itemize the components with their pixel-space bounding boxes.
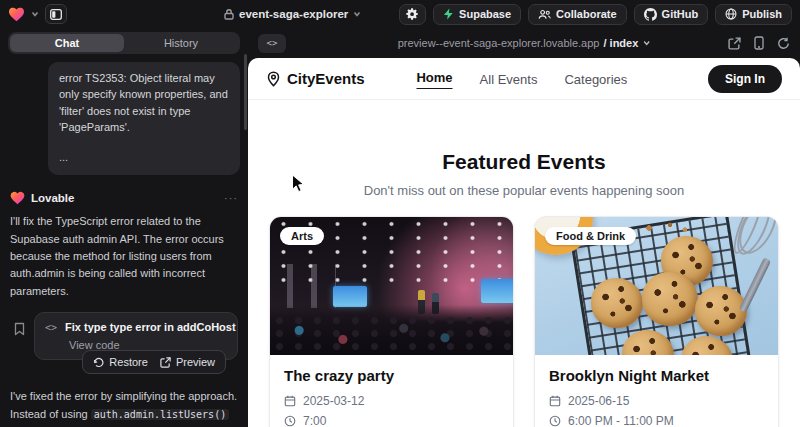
logo-chevron-down-icon[interactable] — [31, 10, 39, 18]
lock-icon — [224, 9, 234, 20]
event-time: 7:00 — [303, 414, 326, 427]
bookmark-icon[interactable] — [13, 322, 26, 336]
event-date: 2025-03-12 — [303, 394, 364, 408]
chat-panel: Chat History error TS2353: Object litera… — [0, 28, 248, 427]
refresh-icon[interactable] — [777, 37, 790, 50]
code-view-toggle-button[interactable]: <> — [258, 34, 286, 53]
section-subtitle: Don't miss out on these popular events h… — [248, 183, 800, 198]
collaborate-button[interactable]: Collaborate — [528, 4, 627, 25]
publish-button[interactable]: Publish — [715, 4, 792, 25]
message-truncation-dots: ... — [59, 149, 229, 165]
code-icon: <> — [45, 322, 57, 333]
event-time-row: 7:00 — [284, 414, 499, 427]
event-date-row: 2025-03-12 — [284, 394, 499, 408]
event-date-row: 2025-06-15 — [549, 394, 764, 408]
lovable-logo-icon[interactable] — [8, 7, 25, 22]
lovable-heart-icon — [10, 191, 25, 205]
globe-icon — [725, 8, 737, 20]
event-cards: Arts The crazy party 2025-03-12 — [248, 216, 800, 427]
publish-label: Publish — [742, 8, 782, 20]
app-nav: Home All Events Categories — [416, 58, 627, 100]
supabase-label: Supabase — [459, 8, 511, 20]
gear-icon — [406, 8, 419, 21]
url-chevron-down-icon — [642, 39, 650, 47]
tab-history[interactable]: History — [124, 34, 238, 52]
event-title: Brooklyn Night Market — [549, 367, 764, 384]
toggle-sidebar-button[interactable] — [45, 4, 67, 24]
restore-preview-toolbar: Restore Preview — [82, 350, 226, 374]
restore-icon — [93, 357, 104, 368]
calendar-icon — [284, 395, 296, 407]
mobile-view-icon[interactable] — [754, 36, 764, 50]
app-preview-frame: CityEvents Home All Events Categories Si… — [248, 58, 800, 427]
people-icon — [538, 9, 551, 20]
external-link-icon — [160, 357, 171, 368]
preview-change-button[interactable]: Preview — [160, 356, 215, 368]
app-brand-name: CityEvents — [287, 70, 365, 87]
sign-in-button[interactable]: Sign In — [708, 65, 782, 93]
project-chevron-down-icon — [353, 10, 361, 18]
clock-icon — [549, 415, 561, 427]
app-header: CityEvents Home All Events Categories Si… — [248, 58, 800, 100]
preview-url-bar[interactable]: preview--event-saga-explorer.lovable.app… — [398, 37, 651, 49]
assistant-outro-text: I've fixed the error by simplifying the … — [10, 388, 238, 427]
settings-button[interactable] — [399, 4, 426, 25]
top-bar: event-saga-explorer Supabase — [0, 0, 800, 28]
app-brand[interactable]: CityEvents — [266, 70, 365, 87]
event-time: 6:00 PM - 11:00 PM — [568, 414, 674, 427]
assistant-message: Lovable ··· I'll fix the TypeScript erro… — [8, 191, 240, 427]
supabase-button[interactable]: Supabase — [433, 4, 521, 25]
assistant-intro-text: I'll fix the TypeScript error related to… — [10, 213, 238, 300]
supabase-icon — [443, 8, 454, 20]
event-card-brooklyn-market[interactable]: Food & Drink Brooklyn Night Market 2025-… — [534, 216, 779, 427]
user-message-bubble: error TS2353: Object literal may only sp… — [48, 62, 240, 175]
restore-label: Restore — [109, 356, 148, 368]
github-label: GitHub — [662, 8, 699, 20]
nav-home[interactable]: Home — [416, 70, 452, 89]
panel-left-icon — [50, 9, 62, 20]
event-time-row: 6:00 PM - 11:00 PM — [549, 414, 764, 427]
category-badge: Arts — [280, 227, 324, 245]
github-icon — [644, 8, 657, 21]
lovable-editor-window: event-saga-explorer Supabase — [0, 0, 800, 427]
preview-url-host: preview--event-saga-explorer.lovable.app — [398, 37, 600, 49]
event-date: 2025-06-15 — [568, 394, 629, 408]
calendar-icon — [549, 395, 561, 407]
clock-icon — [284, 415, 296, 427]
chat-scrollbar-thumb[interactable] — [244, 54, 247, 130]
fix-card-title: Fix type type error in addCoHost — [65, 321, 236, 333]
project-name: event-saga-explorer — [239, 8, 348, 20]
project-name-menu[interactable]: event-saga-explorer — [224, 0, 361, 28]
open-in-new-tab-icon[interactable] — [728, 37, 741, 50]
inline-code-listusers: auth.admin.listUsers() — [91, 409, 229, 420]
assistant-name: Lovable — [31, 192, 74, 204]
featured-events-section: Featured Events Don't miss out on these … — [248, 150, 800, 198]
restore-button[interactable]: Restore — [93, 356, 148, 368]
chat-history-tabs: Chat History — [8, 32, 240, 54]
event-card-crazy-party[interactable]: Arts The crazy party 2025-03-12 — [269, 216, 514, 427]
event-title: The crazy party — [284, 367, 499, 384]
event-image-conference: Arts — [270, 217, 513, 355]
preview-panel: <> preview--event-saga-explorer.lovable.… — [248, 28, 800, 427]
github-button[interactable]: GitHub — [634, 4, 709, 25]
event-image-cookies: Food & Drink — [535, 217, 778, 355]
user-error-text: error TS2353: Object literal may only sp… — [59, 70, 229, 135]
tab-chat[interactable]: Chat — [10, 34, 124, 52]
map-pin-icon — [266, 71, 281, 87]
category-badge: Food & Drink — [545, 227, 636, 245]
preview-label: Preview — [176, 356, 215, 368]
preview-url-path: / index — [603, 37, 638, 49]
nav-all-events[interactable]: All Events — [480, 72, 538, 87]
collaborate-label: Collaborate — [556, 8, 617, 20]
preview-toolbar: <> preview--event-saga-explorer.lovable.… — [248, 28, 800, 58]
nav-categories[interactable]: Categories — [564, 72, 627, 87]
message-menu-button[interactable]: ··· — [224, 192, 238, 204]
section-title: Featured Events — [248, 150, 800, 174]
